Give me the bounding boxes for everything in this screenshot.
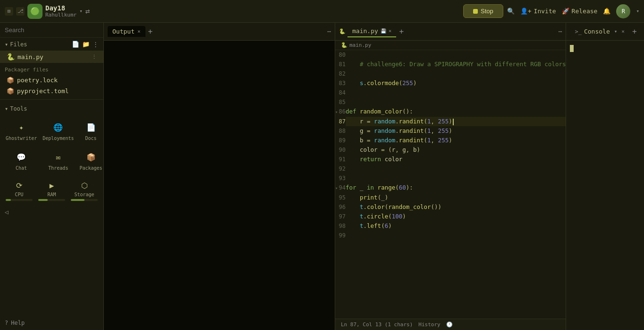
- output-panel-dots[interactable]: ⋯: [327, 28, 331, 35]
- console-add-tab[interactable]: +: [629, 27, 640, 36]
- branch-switch-icon[interactable]: ⇄: [85, 7, 90, 16]
- code-line[interactable]: g = random.randint(1, 255): [346, 126, 566, 136]
- release-action[interactable]: 🚀 Release: [562, 8, 598, 15]
- code-line[interactable]: [346, 50, 566, 60]
- code-line[interactable]: [346, 174, 566, 183]
- storage-label: Storage: [74, 192, 94, 197]
- code-line[interactable]: color = (r, g, b): [346, 145, 566, 155]
- table-row: 87 r = random.randint(1, 255): [335, 117, 566, 126]
- project-chevron-icon[interactable]: ▾: [79, 8, 83, 14]
- tool-threads[interactable]: ✉ Threads: [41, 147, 76, 174]
- table-row: 88 g = random.randint(1, 255): [335, 126, 566, 136]
- new-folder-icon[interactable]: 📁: [82, 41, 90, 48]
- code-line[interactable]: return color: [346, 155, 566, 164]
- tool-deployments[interactable]: 🌐 Deployments: [41, 117, 76, 145]
- grid-icon[interactable]: ⊞: [5, 7, 13, 16]
- table-row: ▾94for _ in range(60):: [335, 183, 566, 193]
- console-panel: >_ Console ▾ × + 🔍 🗑 ⋯: [566, 23, 644, 330]
- output-add-tab[interactable]: +: [145, 27, 156, 36]
- output-tab[interactable]: Output ×: [108, 26, 145, 37]
- files-section-header: ▾ Files 📄 📁 ⋮: [0, 38, 103, 51]
- ram-bar: [38, 199, 65, 201]
- tools-section-header[interactable]: ▾ Tools: [0, 103, 103, 115]
- table-row: 92: [335, 164, 566, 174]
- code-panel-dots[interactable]: ⋯: [559, 28, 562, 35]
- breadcrumb-file-name: main.py: [349, 42, 371, 48]
- code-line[interactable]: b = random.randint(1, 255): [346, 136, 566, 145]
- file-main-py[interactable]: 🐍 main.py ⋮: [0, 51, 103, 63]
- pyproject-toml-icon: 📦: [7, 87, 14, 95]
- code-line[interactable]: [346, 88, 566, 97]
- tool-ghostwriter[interactable]: ✦ Ghostwriter: [4, 117, 39, 145]
- poetry-lock-file[interactable]: 📦 poetry.lock: [0, 75, 103, 86]
- project-logo: 🟢: [27, 4, 42, 19]
- resource-storage[interactable]: ⬡ Storage: [69, 178, 100, 204]
- console-content: [566, 41, 644, 330]
- code-line[interactable]: t.left(6): [346, 221, 566, 231]
- code-line[interactable]: [346, 231, 566, 240]
- code-line[interactable]: t.color(random_color()): [346, 202, 566, 212]
- output-tabs: Output × + ⋯: [104, 23, 335, 41]
- threads-label: Threads: [48, 165, 68, 171]
- code-line[interactable]: # challenge6: Draw a SPIROGRAPHY with di…: [346, 60, 566, 69]
- table-row: 80: [335, 50, 566, 60]
- code-line[interactable]: for _ in range(60):: [346, 183, 566, 193]
- deployments-label: Deployments: [42, 136, 74, 141]
- code-line[interactable]: r = random.randint(1, 255): [346, 117, 566, 126]
- code-line[interactable]: print(_): [346, 193, 566, 202]
- pyproject-toml-file[interactable]: 📦 pyproject.toml: [0, 86, 103, 96]
- poetry-lock-icon: 📦: [7, 77, 14, 84]
- cpu-icon: ⟳: [16, 181, 22, 190]
- line-number: 92: [335, 164, 346, 174]
- avatar[interactable]: R: [616, 4, 630, 18]
- ram-label: RAM: [47, 192, 56, 197]
- tool-packages[interactable]: 📦 Packages: [77, 147, 104, 174]
- code-line[interactable]: def random_color():: [346, 107, 566, 117]
- search-input[interactable]: [5, 26, 99, 34]
- line-number: 98: [335, 221, 346, 231]
- sidebar: ▾ Files 📄 📁 ⋮ 🐍 main.py ⋮ Packager files…: [0, 23, 104, 330]
- tool-chat[interactable]: 💬 Chat: [4, 147, 39, 174]
- table-row: 97 t.circle(100): [335, 212, 566, 221]
- code-add-tab[interactable]: +: [396, 27, 407, 36]
- cpu-label: CPU: [15, 192, 23, 197]
- cpu-bar: [6, 199, 33, 201]
- ram-icon: ▶: [50, 181, 54, 190]
- console-tab[interactable]: >_ Console ▾ ×: [570, 26, 629, 37]
- storage-bar: [71, 199, 98, 201]
- stop-dot-icon: [473, 9, 478, 14]
- output-tab-close[interactable]: ×: [137, 28, 141, 35]
- stop-button[interactable]: Stop: [463, 4, 503, 18]
- history-label: History: [418, 321, 440, 328]
- sidebar-search-container[interactable]: [0, 23, 103, 38]
- code-line[interactable]: [346, 69, 566, 78]
- code-breadcrumb: 🐍 main.py: [335, 41, 566, 50]
- file-main-py-label: main.py: [17, 53, 43, 61]
- invite-action[interactable]: 👤+ Invite: [520, 8, 556, 15]
- main-py-tab[interactable]: main.py 💾 ×: [347, 26, 396, 37]
- file-options-icon[interactable]: ⋮: [92, 54, 97, 60]
- line-col-status: Ln 87, Col 13 (1 chars): [341, 321, 413, 328]
- tab-controls: ⋯: [559, 28, 562, 35]
- avatar-chevron-icon[interactable]: ▾: [636, 8, 639, 14]
- new-file-icon[interactable]: 📄: [72, 41, 79, 48]
- files-more-icon[interactable]: ⋮: [93, 41, 99, 48]
- console-tab-close[interactable]: ×: [621, 28, 625, 35]
- branch-icon[interactable]: ⎇: [16, 7, 25, 16]
- code-line[interactable]: [346, 164, 566, 174]
- code-line[interactable]: t.circle(100): [346, 212, 566, 221]
- resource-ram[interactable]: ▶ RAM: [36, 178, 67, 204]
- files-section-title: ▾ Files: [5, 41, 27, 48]
- resources-grid: ⟳ CPU ▶ RAM ⬡ Storage: [0, 176, 103, 206]
- help-section[interactable]: ? Help: [0, 316, 103, 330]
- code-line[interactable]: [346, 97, 566, 107]
- expand-sidebar[interactable]: ◁: [0, 206, 103, 218]
- search-action[interactable]: 🔍: [507, 8, 515, 15]
- bell-action[interactable]: 🔔: [603, 8, 610, 15]
- code-editor[interactable]: 8081 # challenge6: Draw a SPIROGRAPHY wi…: [335, 50, 566, 319]
- code-line[interactable]: s.colormode(255): [346, 78, 566, 88]
- main-py-tab-close[interactable]: ×: [389, 28, 392, 34]
- tool-docs[interactable]: 📄 Docs: [77, 117, 104, 145]
- resource-cpu[interactable]: ⟳ CPU: [4, 178, 34, 204]
- table-row: 99: [335, 231, 566, 240]
